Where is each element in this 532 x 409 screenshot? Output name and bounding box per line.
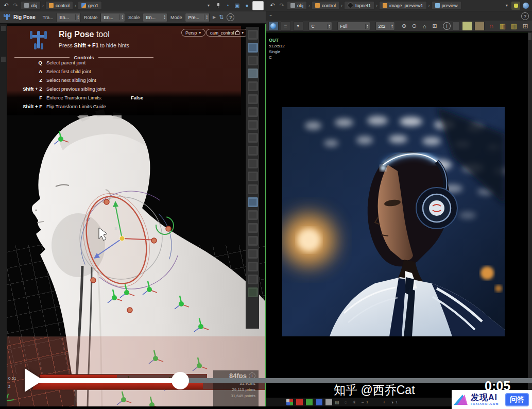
path-dropdown-icon[interactable]: ▼ [503, 4, 510, 7]
right-pane-scrollbar[interactable] [528, 32, 532, 398]
gain-plus-icon[interactable]: + [383, 400, 385, 405]
info-icon[interactable]: i [443, 22, 451, 30]
mode-select[interactable]: Pre...▲▼ [185, 13, 209, 22]
viewport-3d[interactable]: S x Rig Pose tool Press Shift + F1 to hi… [0, 24, 266, 406]
blue-channel-icon[interactable] [315, 398, 323, 406]
breadcrumb-preview[interactable]: preview [432, 1, 461, 10]
hint-row: Shift + FFlip Transform Limits Guide [7, 104, 241, 112]
breadcrumb-obj[interactable]: obj [21, 1, 41, 10]
layers-icon[interactable]: ≡ [281, 21, 291, 31]
obj-node-icon [24, 3, 29, 8]
play-option-icon[interactable]: ▶ [213, 15, 216, 20]
lock-handle-icon[interactable] [247, 68, 259, 79]
spotlight-highlight-icon[interactable] [247, 287, 259, 298]
tan-panel-icon[interactable] [474, 21, 485, 31]
secure-selection-icon[interactable] [247, 55, 259, 66]
rotate-select[interactable]: En...▲▼ [100, 13, 125, 22]
pov-camera-icon[interactable] [247, 120, 259, 130]
back-icon[interactable]: ↶ [268, 2, 277, 9]
points-display-icon[interactable] [247, 248, 259, 259]
green-channel-icon[interactable] [305, 398, 313, 406]
output-node-name: OUT [269, 38, 285, 43]
grid-layout-select[interactable]: 2x2▲▼ [375, 22, 395, 30]
light-icon[interactable] [247, 107, 259, 117]
grid-sparkle-icon[interactable]: ▦ [498, 22, 507, 30]
measure-icon[interactable] [247, 184, 259, 195]
chevron-icon: › [308, 3, 310, 8]
snap-icon[interactable] [247, 210, 259, 220]
pane-tool-icon[interactable]: ⌁ [269, 13, 272, 18]
camera-lock-icon[interactable] [247, 94, 259, 105]
select-tool-icon[interactable] [247, 42, 259, 53]
breadcrumb-control[interactable]: control [312, 1, 339, 10]
gear-icon[interactable]: ✳ [352, 400, 356, 405]
dropdown-triangle-icon[interactable]: ▼ [293, 21, 303, 31]
view-mode-select[interactable]: Full▲▼ [337, 22, 370, 30]
luma-icon[interactable]: ◌ [345, 400, 347, 405]
small-toggle-icon[interactable] [453, 21, 460, 31]
sort-icon[interactable]: ⇅ [219, 14, 224, 21]
cube-icon[interactable]: ▣ [233, 2, 242, 10]
radial-menu-icon[interactable] [521, 2, 530, 10]
forward-icon[interactable]: ↷ [278, 2, 286, 9]
breadcrumb-obj[interactable]: obj [287, 1, 307, 10]
gamma-value[interactable]: 1 [366, 400, 368, 404]
rgb-channel-icon[interactable] [286, 398, 294, 406]
construction-plane-icon[interactable] [247, 223, 259, 233]
scale-select[interactable]: En...▲▼ [143, 13, 167, 22]
help-icon[interactable]: ? [227, 13, 234, 21]
alpha-channel-icon[interactable] [325, 398, 333, 406]
breadcrumb-image-preview1[interactable]: image_preview1 [379, 1, 427, 10]
frame-view-icon[interactable]: ⊞ [431, 22, 439, 30]
qa-button[interactable]: 问答 [505, 393, 529, 406]
faxianai-logo-card: 发现AI FAXIANAI.COM 问答 [452, 390, 532, 409]
set-pivot-icon[interactable] [247, 81, 259, 92]
breadcrumb-geo1[interactable]: geo1 [78, 1, 102, 10]
pin-icon[interactable] [213, 2, 222, 10]
rig-pose-tool-icon [29, 30, 48, 50]
gamma-minus-icon[interactable]: − [361, 400, 364, 405]
persp-view-button[interactable]: Persp▼ [181, 29, 205, 37]
chevron-icon: › [75, 3, 76, 8]
display-sphere-icon[interactable] [268, 21, 279, 31]
image-preview-viewport[interactable]: OUT 512x512 Single C [266, 32, 528, 398]
video-progress-handle[interactable] [171, 372, 189, 389]
camera-select-button[interactable]: cam_control▼ [206, 29, 248, 37]
grid-cells-icon[interactable]: ▦ [509, 22, 519, 30]
pane-corner-icon[interactable] [247, 29, 259, 40]
channel-select[interactable]: C▲▼ [308, 22, 332, 30]
preview-toggle-icon[interactable]: ▧ [335, 400, 339, 405]
top-node-icon [383, 3, 387, 8]
clock-icon[interactable]: ◔ [223, 2, 232, 10]
zoom-in-icon[interactable]: ⊕ [400, 22, 408, 30]
walk-camera-icon[interactable] [247, 132, 259, 143]
display-options-icon[interactable] [247, 274, 259, 285]
material-preview-icon[interactable] [247, 261, 259, 272]
contrast-icon[interactable]: ◑ [390, 400, 393, 405]
rig-pose-hints-panel: Rig Pose tool Press Shift + F1 to hide h… [7, 26, 241, 115]
snap-magnet-icon[interactable]: ∩ [487, 22, 496, 30]
link-pane-icon[interactable] [511, 2, 520, 10]
breadcrumb-control[interactable]: control [45, 1, 73, 10]
video-progress-played[interactable] [39, 378, 180, 383]
snapshot-icon[interactable] [247, 158, 259, 169]
path-dropdown-icon[interactable]: ▼ [205, 4, 212, 7]
panel-white-icon[interactable] [252, 1, 264, 10]
keyframe-icon[interactable] [247, 197, 259, 208]
sphere-icon[interactable]: ● [243, 2, 251, 10]
yellow-panel-icon[interactable] [462, 21, 472, 31]
translate-select[interactable]: En...▲▼ [56, 13, 80, 22]
breadcrumb-topnet1[interactable]: topnet1 [344, 1, 374, 10]
back-icon[interactable]: ↶ [2, 2, 10, 9]
dolly-icon[interactable] [247, 145, 259, 156]
flipbook-icon[interactable] [247, 171, 259, 182]
forward-icon[interactable]: ↷ [11, 2, 20, 9]
grid-plus-icon[interactable]: ⊞ [521, 22, 530, 30]
multi-view-icon[interactable] [247, 235, 259, 246]
red-channel-icon[interactable] [296, 398, 303, 406]
zoom-out-icon[interactable]: ⊖ [410, 22, 418, 30]
help-icon[interactable]: ? [521, 12, 529, 20]
home-view-icon[interactable]: ⌂ [420, 22, 428, 30]
chevron-icon: › [376, 3, 377, 8]
gain-value[interactable]: 1 [396, 400, 398, 404]
